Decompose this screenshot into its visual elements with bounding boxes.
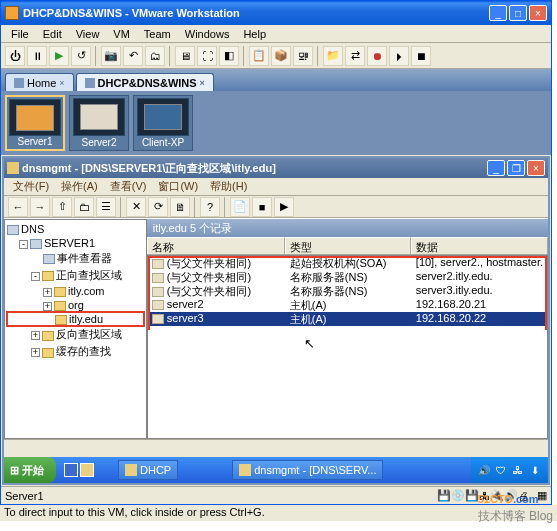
record-icon[interactable]: ⏺: [367, 46, 387, 66]
tray-icon[interactable]: 🛡: [494, 463, 508, 477]
inventory-icon[interactable]: 📁: [323, 46, 343, 66]
dns-titlebar[interactable]: dnsmgmt - [DNS\SERVER1\正向查找区域\itly.edu] …: [4, 158, 548, 178]
desktop-icon[interactable]: [80, 463, 94, 477]
ie-icon[interactable]: [64, 463, 78, 477]
tree-zone-itlycom[interactable]: +itly.com: [7, 284, 144, 298]
console-view-icon[interactable]: 🖳: [293, 46, 313, 66]
tray-icon[interactable]: 🖧: [511, 463, 525, 477]
collapse-icon[interactable]: -: [19, 240, 28, 249]
record-list[interactable]: (与父文件夹相同)起始授权机构(SOA)[10], server2., host…: [147, 255, 548, 439]
stop-service-icon[interactable]: ■: [252, 197, 272, 217]
dns-record-row[interactable]: (与父文件夹相同)名称服务器(NS)server2.itly.edu.: [148, 270, 547, 284]
tree-eventviewer[interactable]: 事件查看器: [7, 250, 144, 267]
device-cd-icon[interactable]: 💿: [451, 489, 465, 502]
menu-window[interactable]: 窗口(W): [153, 178, 203, 195]
menu-vm[interactable]: VM: [107, 27, 136, 41]
tree-forward-zones[interactable]: -正向查找区域: [7, 267, 144, 284]
tree-root[interactable]: DNS: [7, 222, 144, 236]
dns-record-row-selected[interactable]: server3主机(A)192.168.20.22: [148, 312, 547, 326]
revert-icon[interactable]: ↶: [123, 46, 143, 66]
col-name[interactable]: 名称: [147, 237, 285, 254]
forward-icon[interactable]: →: [30, 197, 50, 217]
back-icon[interactable]: ←: [8, 197, 28, 217]
manage-snapshot-icon[interactable]: 🗂: [145, 46, 165, 66]
tab-vm[interactable]: DHCP&DNS&WINS×: [76, 73, 214, 91]
menu-file[interactable]: 文件(F): [8, 178, 54, 195]
device-net-icon[interactable]: 🖧: [479, 490, 490, 502]
expand-icon[interactable]: +: [31, 331, 40, 340]
menu-team[interactable]: Team: [138, 27, 177, 41]
suspend-icon[interactable]: ⏸: [27, 46, 47, 66]
new-record-icon[interactable]: 📄: [230, 197, 250, 217]
close-tab-icon[interactable]: ×: [59, 78, 64, 88]
help-icon[interactable]: ?: [200, 197, 220, 217]
thumb-server2[interactable]: Server2: [69, 95, 129, 151]
minimize-button[interactable]: _: [489, 5, 507, 21]
refresh-icon[interactable]: ⟳: [148, 197, 168, 217]
expand-icon[interactable]: +: [31, 348, 40, 357]
thumb-clientxp[interactable]: Client-XP: [133, 95, 193, 151]
device-floppy-icon[interactable]: 💾: [465, 489, 479, 502]
up-icon[interactable]: ⇧: [52, 197, 72, 217]
stop-icon[interactable]: ⏹: [411, 46, 431, 66]
minimize-button[interactable]: _: [487, 160, 505, 176]
menu-edit[interactable]: Edit: [37, 27, 68, 41]
taskbar-dnsmgmt[interactable]: dnsmgmt - [DNS\SERV...: [232, 460, 383, 480]
dns-record-row[interactable]: server2主机(A)192.168.20.21: [148, 298, 547, 312]
show-tree-icon[interactable]: 🗀: [74, 197, 94, 217]
reset-icon[interactable]: ↺: [71, 46, 91, 66]
close-tab-icon[interactable]: ×: [200, 78, 205, 88]
expand-icon[interactable]: +: [43, 302, 52, 311]
export-icon[interactable]: 🗎: [170, 197, 190, 217]
replay-icon[interactable]: ⏵: [389, 46, 409, 66]
restore-button[interactable]: ❐: [507, 160, 525, 176]
menu-help[interactable]: Help: [237, 27, 272, 41]
thumb-server1[interactable]: Server1: [5, 95, 65, 151]
menu-action[interactable]: 操作(A): [56, 178, 103, 195]
dns-record-row[interactable]: (与父文件夹相同)名称服务器(NS)server3.itly.edu.: [148, 284, 547, 298]
tree-server[interactable]: -SERVER1: [7, 236, 144, 250]
tray-icon[interactable]: 🔊: [477, 463, 491, 477]
expand-icon[interactable]: +: [43, 288, 52, 297]
start-button[interactable]: ⊞开始: [4, 457, 56, 483]
menu-file[interactable]: File: [5, 27, 35, 41]
tree-zone-itlyedu[interactable]: itly.edu: [7, 312, 144, 326]
delete-icon[interactable]: ✕: [126, 197, 146, 217]
collapse-icon[interactable]: -: [31, 272, 40, 281]
system-tray[interactable]: 🔊 🛡 🖧 ⬇: [471, 457, 548, 483]
dns-record-row[interactable]: (与父文件夹相同)起始授权机构(SOA)[10], server2., host…: [148, 256, 547, 270]
snapshot-icon[interactable]: 📷: [101, 46, 121, 66]
tree-zone-org[interactable]: +org: [7, 298, 144, 312]
tray-icon[interactable]: ⬇: [528, 463, 542, 477]
properties-icon[interactable]: ☰: [96, 197, 116, 217]
taskbar-dhcp[interactable]: DHCP: [118, 460, 178, 480]
maximize-button[interactable]: □: [509, 5, 527, 21]
outer-titlebar[interactable]: DHCP&DNS&WINS - VMware Workstation _ □ ×: [1, 1, 551, 25]
summary-icon[interactable]: 📋: [249, 46, 269, 66]
tree-reverse-zones[interactable]: +反向查找区域: [7, 326, 144, 343]
unity-icon[interactable]: ◧: [219, 46, 239, 66]
dhcp-icon: [125, 464, 137, 476]
menu-help[interactable]: 帮助(H): [205, 178, 252, 195]
close-button[interactable]: ×: [529, 5, 547, 21]
appliance-icon[interactable]: 📦: [271, 46, 291, 66]
device-sound-icon[interactable]: 🔊: [504, 489, 518, 502]
quick-switch-icon[interactable]: ⇄: [345, 46, 365, 66]
power-on-icon[interactable]: ▶: [49, 46, 69, 66]
close-button[interactable]: ×: [527, 160, 545, 176]
col-data[interactable]: 数据: [411, 237, 548, 254]
start-service-icon[interactable]: ▶: [274, 197, 294, 217]
menu-view[interactable]: View: [70, 27, 106, 41]
menu-windows[interactable]: Windows: [179, 27, 236, 41]
col-type[interactable]: 类型: [285, 237, 411, 254]
power-off-icon[interactable]: ⏻: [5, 46, 25, 66]
show-console-icon[interactable]: 🖥: [175, 46, 195, 66]
tab-home[interactable]: Home×: [5, 73, 74, 91]
tree-cache[interactable]: +缓存的查找: [7, 343, 144, 360]
device-hdd-icon[interactable]: 💾: [437, 489, 451, 502]
menu-view[interactable]: 查看(V): [105, 178, 152, 195]
device-printer-icon[interactable]: 🖨: [518, 490, 529, 502]
fullscreen-icon[interactable]: ⛶: [197, 46, 217, 66]
device-usb-icon[interactable]: 🔌: [490, 489, 504, 502]
dns-tree[interactable]: DNS -SERVER1 事件查看器 -正向查找区域 +itly.com +or…: [4, 219, 147, 439]
